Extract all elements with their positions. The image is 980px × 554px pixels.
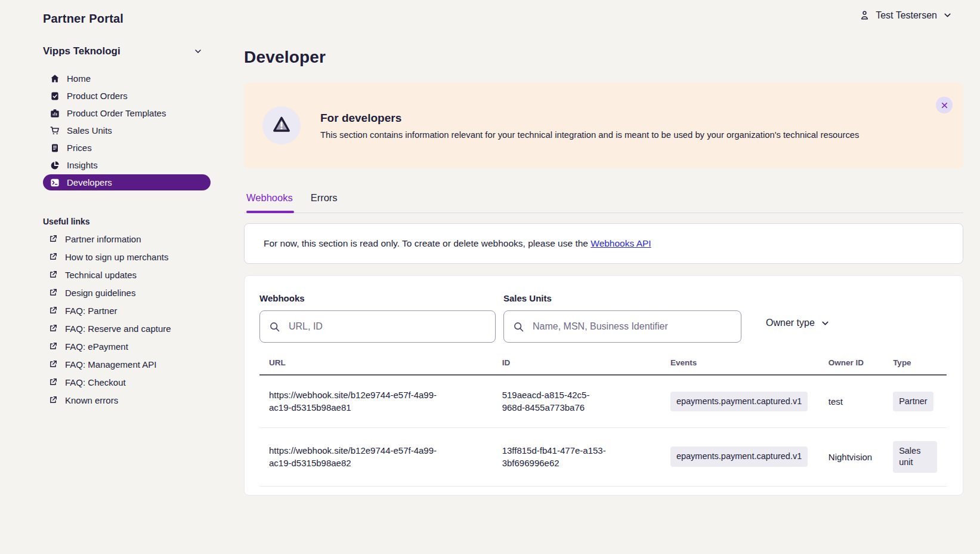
sidebar-item-insights[interactable]: Insights [43,157,211,173]
useful-link-label: FAQ: ePayment [65,341,128,352]
owner-type-label: Owner type [766,318,815,328]
useful-link-label: FAQ: Management API [65,359,156,370]
filters-row: Webhooks Sales Units Owner t [259,293,947,343]
cell-url: https://webhook.site/b12e9744-e57f-4a99-… [269,389,451,414]
home-icon [50,74,60,84]
external-link-icon [49,253,58,262]
banner-close-button[interactable] [936,97,953,113]
sales-units-search-box [503,310,741,343]
webhooks-table: URL ID Events Owner ID Type https://webh… [259,358,947,487]
search-icon [268,321,281,333]
useful-link-label: Technical updates [65,270,137,280]
type-badge: Sales unit [893,441,937,473]
type-badge: Partner [893,392,933,412]
cell-id: 13ff815d-fb41-477e-a153-3bf696996e62 [502,444,607,470]
useful-link-label: FAQ: Reserve and capture [65,324,171,334]
sidebar-item-product-orders[interactable]: Product Orders [43,88,211,104]
page-title: Developer [244,45,963,69]
sidebar-item-label: Insights [67,160,98,170]
webhooks-panel: Webhooks Sales Units Owner t [244,275,963,495]
useful-link-faq-partner[interactable]: FAQ: Partner [43,306,233,316]
organization-selector[interactable]: Vipps Teknologi [43,45,203,57]
useful-link-label: Known errors [65,395,118,405]
sidebar-item-label: Home [67,73,91,84]
column-header-events: Events [670,358,828,375]
useful-link-label: Partner information [65,234,141,244]
external-link-icon [49,396,58,405]
useful-link-label: How to sign up merchants [65,252,168,262]
useful-link-faq-management-api[interactable]: FAQ: Management API [43,359,233,370]
table-row: https://webhook.site/b12e9744-e57f-4a99-… [259,427,947,486]
useful-link-technical-updates[interactable]: Technical updates [43,270,233,280]
sidebar: Partner Portal Vipps Teknologi Home Prod… [0,0,233,405]
event-badge: epayments.payment.captured.v1 [670,447,808,467]
useful-link-faq-checkout[interactable]: FAQ: Checkout [43,377,233,387]
cell-url: https://webhook.site/b12e9744-e57f-4a99-… [269,444,451,470]
useful-link-label: Design guidelines [65,288,135,298]
pie-chart-icon [50,161,60,170]
organization-name: Vipps Teknologi [43,45,120,57]
useful-link-partner-information[interactable]: Partner information [43,234,233,244]
warning-icon-circle [262,106,301,144]
terminal-icon [50,178,60,187]
column-header-owner-id: Owner ID [828,358,893,375]
table-header-row: URL ID Events Owner ID Type [259,358,947,375]
tab-errors[interactable]: Errors [311,192,340,213]
event-badge: epayments.payment.captured.v1 [670,392,808,412]
webhooks-filter: Webhooks [259,293,496,343]
cell-owner-id: Nightvision [828,452,872,462]
document-icon [50,143,60,153]
chevron-down-icon [820,318,830,328]
external-link-icon [49,235,58,244]
developer-tabs: Webhooks Errors [244,192,963,213]
owner-type-dropdown[interactable]: Owner type [766,318,830,328]
table-row: https://webhook.site/b12e9744-e57f-4a99-… [259,375,947,427]
sidebar-item-prices[interactable]: Prices [43,140,211,156]
column-header-id: ID [502,358,670,375]
column-header-url: URL [259,358,502,375]
webhooks-search-input[interactable] [287,321,487,333]
read-only-notice: For now, this section is read only. To c… [244,223,963,264]
chevron-down-icon [193,47,203,56]
external-link-icon [49,270,58,280]
external-link-icon [49,342,58,352]
useful-link-faq-reserve-and-capture[interactable]: FAQ: Reserve and capture [43,324,233,334]
column-header-type: Type [893,358,947,375]
sidebar-item-label: Product Orders [67,91,128,101]
webhooks-search-box [259,310,496,343]
useful-link-design-guidelines[interactable]: Design guidelines [43,288,233,298]
sidebar-item-label: Product Order Templates [67,108,166,118]
app-title: Partner Portal [43,12,233,26]
main-content: Developer For developers This section co… [244,0,963,495]
sidebar-item-product-order-templates[interactable]: Product Order Templates [43,105,211,121]
webhooks-api-link[interactable]: Webhooks API [591,238,651,248]
sales-units-filter-label: Sales Units [503,293,741,303]
external-link-icon [49,378,58,387]
useful-link-how-to-sign-up-merchants[interactable]: How to sign up merchants [43,252,233,262]
useful-links-section: Useful links Partner information How to … [43,217,233,405]
useful-link-faq-epayment[interactable]: FAQ: ePayment [43,341,233,352]
sidebar-item-developers[interactable]: Developers [43,174,211,190]
tab-webhooks[interactable]: Webhooks [246,192,295,213]
sales-units-filter: Sales Units [503,293,741,343]
webhooks-filter-label: Webhooks [259,293,496,303]
search-icon [512,321,525,333]
useful-link-label: FAQ: Checkout [65,377,126,387]
developer-info-banner: For developers This section contains inf… [244,82,963,168]
sidebar-item-label: Sales Units [67,125,112,136]
sidebar-item-label: Developers [67,177,112,187]
sidebar-nav: Home Product Orders Product Order Templa… [43,70,211,190]
sidebar-item-sales-units[interactable]: Sales Units [43,122,211,138]
cell-id: 519aeacd-a815-42c5-968d-8455a773ba76 [502,389,607,414]
sales-units-search-input[interactable] [531,321,732,333]
banner-body: This section contains information releva… [320,130,859,140]
sidebar-item-home[interactable]: Home [43,70,211,87]
useful-links-title: Useful links [43,217,233,226]
cart-icon [50,126,60,136]
external-link-icon [49,360,58,370]
external-link-icon [49,288,58,298]
clipboard-check-icon [50,91,60,101]
sidebar-item-label: Prices [67,143,92,153]
banner-title: For developers [320,112,859,125]
useful-link-known-errors[interactable]: Known errors [43,395,233,405]
